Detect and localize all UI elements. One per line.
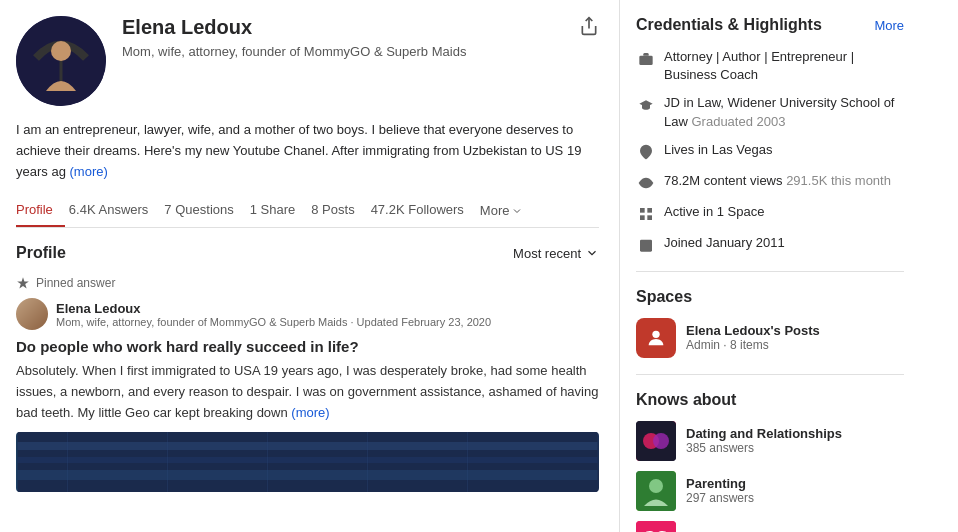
profile-header: Elena Ledoux Mom, wife, attorney, founde… <box>16 16 599 106</box>
author-name: Elena Ledoux <box>56 301 491 316</box>
divider <box>636 271 904 272</box>
space-icon <box>636 318 676 358</box>
author-avatar <box>16 298 48 330</box>
answer-image-preview <box>16 432 599 492</box>
svg-point-29 <box>649 479 663 493</box>
credential-item: Active in 1 Space <box>636 203 904 224</box>
credential-text: Active in 1 Space <box>664 203 764 221</box>
tab-profile[interactable]: Profile <box>16 194 65 227</box>
space-item[interactable]: Elena Ledoux's Posts Admin · 8 items <box>636 318 904 358</box>
section-profile-title: Profile <box>16 244 66 262</box>
answer-author: Elena Ledoux Mom, wife, attorney, founde… <box>16 298 599 330</box>
svg-point-15 <box>644 181 648 185</box>
svg-rect-6 <box>18 457 598 463</box>
svg-point-27 <box>653 433 669 449</box>
profile-bio: Mom, wife, attorney, founder of MommyGO … <box>122 43 599 61</box>
svg-point-2 <box>51 41 71 61</box>
briefcase-icon <box>636 49 656 69</box>
knows-thumbnail-love <box>636 521 676 532</box>
knows-section-title: Knows about <box>636 391 904 409</box>
knows-name-parenting: Parenting <box>686 476 754 491</box>
space-name: Elena Ledoux's Posts <box>686 323 820 338</box>
svg-point-24 <box>652 330 659 337</box>
credentials-title: Credentials & Highlights <box>636 16 822 34</box>
location-icon <box>636 142 656 162</box>
svg-rect-13 <box>639 56 652 65</box>
tab-posts[interactable]: 8 Posts <box>311 194 366 227</box>
divider <box>636 374 904 375</box>
svg-rect-30 <box>636 521 676 532</box>
space-desc: Admin · 8 items <box>686 338 820 352</box>
knows-count-parenting: 297 answers <box>686 491 754 505</box>
tab-followers[interactable]: 47.2K Followers <box>371 194 476 227</box>
tab-shares[interactable]: 1 Share <box>250 194 308 227</box>
credential-item: Lives in Las Vegas <box>636 141 904 162</box>
answer-text: Absolutely. When I first immigrated to U… <box>16 361 599 423</box>
answer-question[interactable]: Do people who work hard really succeed i… <box>16 338 599 355</box>
credential-item: JD in Law, Widener University School of … <box>636 94 904 130</box>
credential-item: Attorney | Author | Entrepreneur | Busin… <box>636 48 904 84</box>
credential-text: 78.2M content views 291.5K this month <box>664 172 891 190</box>
knows-thumbnail-dating <box>636 421 676 461</box>
tab-answers[interactable]: 6.4K Answers <box>69 194 161 227</box>
knows-name-dating: Dating and Relationships <box>686 426 842 441</box>
description-more-link[interactable]: (more) <box>70 164 108 179</box>
credential-text: Attorney | Author | Entrepreneur | Busin… <box>664 48 904 84</box>
knows-count-dating: 385 answers <box>686 441 842 455</box>
profile-info: Elena Ledoux Mom, wife, attorney, founde… <box>122 16 599 61</box>
tab-more[interactable]: More <box>480 203 524 218</box>
svg-rect-20 <box>640 239 652 251</box>
calendar-icon <box>636 235 656 255</box>
credentials-header: Credentials & Highlights More <box>636 16 904 34</box>
answer-more-link[interactable]: (more) <box>291 405 329 420</box>
graduation-icon <box>636 95 656 115</box>
svg-rect-19 <box>640 215 645 220</box>
svg-rect-17 <box>647 208 652 213</box>
section-header: Profile Most recent <box>16 244 599 262</box>
most-recent-dropdown[interactable]: Most recent <box>513 246 599 261</box>
credential-text: Joined January 2011 <box>664 234 785 252</box>
svg-point-14 <box>644 148 648 152</box>
credential-text: Lives in Las Vegas <box>664 141 772 159</box>
nav-tabs: Profile 6.4K Answers 7 Questions 1 Share… <box>16 194 599 228</box>
svg-rect-5 <box>18 442 598 450</box>
author-description: Mom, wife, attorney, founder of MommyGO … <box>56 316 491 328</box>
eye-icon <box>636 173 656 193</box>
credential-item: Joined January 2011 <box>636 234 904 255</box>
profile-description: I am an entrepreneur, lawyer, wife, and … <box>16 120 599 182</box>
pinned-label: Pinned answer <box>16 276 599 290</box>
spaces-icon <box>636 204 656 224</box>
credential-item: 78.2M content views 291.5K this month <box>636 172 904 193</box>
knows-item-parenting[interactable]: Parenting 297 answers <box>636 471 904 511</box>
svg-rect-7 <box>18 470 598 480</box>
profile-name: Elena Ledoux <box>122 16 599 39</box>
knows-item-dating[interactable]: Dating and Relationships 385 answers <box>636 421 904 461</box>
credentials-more-button[interactable]: More <box>874 18 904 33</box>
avatar <box>16 16 106 106</box>
tab-questions[interactable]: 7 Questions <box>164 194 245 227</box>
knows-thumbnail-parenting <box>636 471 676 511</box>
spaces-section-title: Spaces <box>636 288 904 306</box>
credential-text: JD in Law, Widener University School of … <box>664 94 904 130</box>
share-icon[interactable] <box>579 16 599 39</box>
svg-rect-18 <box>647 215 652 220</box>
knows-item-love[interactable]: Love <box>636 521 904 532</box>
svg-rect-16 <box>640 208 645 213</box>
sidebar: Credentials & Highlights More Attorney |… <box>620 0 920 532</box>
